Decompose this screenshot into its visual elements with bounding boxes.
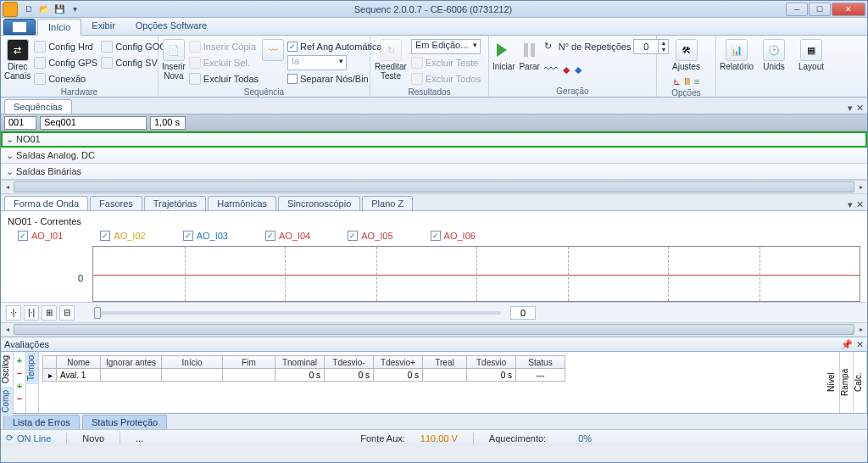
excluir-todos-button[interactable]: Excluir Todos [411, 71, 481, 86]
play-icon [492, 39, 515, 61]
tab-opcoes[interactable]: Opções Software [125, 18, 217, 35]
separar-checkbox[interactable] [287, 74, 298, 84]
tab-fasores[interactable]: Fasores [90, 196, 142, 210]
status-novo: Novo [82, 433, 104, 443]
add-row2-button[interactable]: + [17, 381, 22, 391]
unids-button[interactable]: 🕑Unids [757, 37, 791, 73]
seq-id-field[interactable]: 001 [4, 116, 36, 130]
checkbox-icon[interactable]: ✓ [183, 231, 193, 241]
seq-duration-field[interactable]: 1,00 s [150, 116, 186, 130]
refresh-icon[interactable]: ⟳ [6, 432, 14, 443]
remove-row-button[interactable]: − [17, 368, 22, 378]
ajustes-button[interactable]: 🛠 Ajustes [666, 37, 707, 73]
sidetab-comp[interactable]: Comp [1, 387, 13, 416]
inserir-copia-button[interactable]: Inserir Cópia [189, 39, 259, 54]
tab-sincronoscopio[interactable]: Sincronoscópio [278, 196, 360, 210]
wave-tool-icon[interactable]: 〰 [544, 62, 558, 77]
tab-planoz[interactable]: Plano Z [362, 196, 413, 210]
channel-ao-i03[interactable]: ✓AO_I03 [183, 231, 228, 241]
dropdown-icon[interactable]: ▾ [848, 103, 853, 114]
seq-scrollbar[interactable]: ◂▸ [1, 180, 867, 194]
channel-ao-i02[interactable]: ✓AO_I02 [100, 231, 145, 241]
zoom-value[interactable]: 0 [510, 306, 536, 320]
time-slider[interactable] [94, 311, 501, 315]
close-pane-icon[interactable]: ✕ [856, 199, 864, 210]
ref-icon-button[interactable]: 〰 [262, 37, 284, 63]
tab-trajetorias[interactable]: Trajetórias [144, 196, 207, 210]
inserir-nova-button[interactable]: 📄 Inserir Nova [162, 37, 186, 82]
reeditar-teste-button[interactable]: ↻ Reeditar Teste [374, 37, 408, 82]
file-menu-button[interactable] [3, 19, 36, 35]
cursor-2-button[interactable]: |·| [24, 305, 39, 321]
layout-button[interactable]: ▦Layout [794, 37, 828, 73]
wave-scrollbar[interactable]: ◂▸ [1, 322, 867, 337]
parar-button[interactable]: Parar [519, 37, 541, 73]
channel-ao-i05[interactable]: ✓AO_I05 [348, 231, 392, 241]
checkbox-icon[interactable]: ✓ [100, 231, 110, 241]
cursor-4-button[interactable]: ⊟ [59, 305, 75, 321]
sidetab-rampa[interactable]: Rampa [840, 352, 854, 413]
tab-lista-erros[interactable]: Lista de Erros [3, 415, 80, 429]
conexao-button[interactable]: Conexão [34, 71, 97, 86]
table-row[interactable]: ▸ Aval. 1 0 s 0 s 0 s 0 s --- [43, 369, 565, 382]
channel-ao-i01[interactable]: ✓AO_I01 [18, 231, 63, 241]
qat-dropdown-icon[interactable]: ▾ [68, 3, 81, 16]
excluir-todas-button[interactable]: Excluir Todas [189, 71, 259, 86]
chart-icon[interactable]: ⊾ [673, 76, 681, 87]
ia-select[interactable]: Ia [287, 55, 347, 70]
row-saidas-analog[interactable]: ⌄Saídas Analog. DC [1, 148, 867, 164]
goose-icon [101, 41, 113, 53]
iniciar-button[interactable]: Iniciar [492, 37, 515, 73]
checkbox-icon[interactable]: ✓ [18, 231, 28, 241]
sidetab-calc[interactable]: Calc. [854, 352, 867, 413]
bars-icon[interactable]: Ⅲ [684, 76, 691, 87]
excluir-teste-button[interactable]: Excluir Teste [411, 55, 481, 70]
cursor-3-button[interactable]: ⊞ [42, 305, 57, 321]
qat-save-icon[interactable]: 💾 [53, 3, 66, 16]
qat-open-icon[interactable]: 📂 [37, 3, 51, 16]
checkbox-icon[interactable]: ✓ [431, 231, 441, 241]
direc-canais-button[interactable]: ⇄ Direc Canais [4, 37, 31, 82]
remove-row2-button[interactable]: − [17, 393, 22, 404]
marker-blue-icon[interactable]: ◆ [575, 64, 581, 75]
channel-ao-i06[interactable]: ✓AO_I06 [431, 231, 476, 241]
channel-ao-i04[interactable]: ✓AO_I04 [265, 231, 310, 241]
tab-status-protecao[interactable]: Status Proteção [82, 415, 167, 429]
config-gps-button[interactable]: Config GPS [34, 55, 97, 70]
pin-icon[interactable]: 📌 [841, 339, 853, 350]
sv-icon [101, 57, 113, 69]
tab-exibir[interactable]: Exibir [81, 18, 125, 35]
row-no01[interactable]: ⌄NO01 [1, 131, 867, 148]
add-row-button[interactable]: + [17, 355, 22, 365]
tab-forma-onda[interactable]: Forma de Onda [4, 196, 88, 210]
close-button[interactable]: ✕ [832, 3, 865, 16]
tab-harmonicas[interactable]: Harmônicas [208, 196, 276, 210]
globe-icon [34, 57, 46, 69]
close-pane-icon[interactable]: ✕ [856, 103, 864, 114]
checkbox-icon[interactable]: ✓ [348, 231, 358, 241]
ref-ang-checkbox[interactable]: ✓ [287, 42, 298, 52]
cursor-1-button[interactable]: ·|· [6, 305, 21, 321]
avaliacoes-title: Avaliações [4, 339, 49, 349]
maximize-button[interactable]: ☐ [809, 3, 831, 16]
delete-icon [189, 57, 201, 69]
relatorio-button[interactable]: 📊Relatório [720, 37, 754, 73]
config-hrd-button[interactable]: Config Hrd [34, 39, 97, 54]
dropdown-icon[interactable]: ▾ [848, 199, 853, 210]
sidetab-oscilog[interactable]: Oscilog [1, 352, 13, 387]
close-pane-icon[interactable]: ✕ [856, 339, 864, 350]
tab-inicio[interactable]: Início [37, 19, 81, 36]
excluir-sel-button[interactable]: Excluir Sel. [189, 55, 259, 70]
em-edicao-select[interactable]: Em Edição... [411, 39, 481, 54]
status-fonte-value: 110,00 V [420, 433, 458, 443]
row-saidas-bin[interactable]: ⌄Saídas Binárias [1, 164, 867, 180]
seq-name-field[interactable]: Seq001 [40, 116, 147, 130]
marker-red-icon[interactable]: ◆ [563, 64, 570, 75]
sidetab-nivel[interactable]: Nível [826, 352, 840, 413]
sidetab-tempo[interactable]: Tempo [26, 352, 38, 384]
qat-new-icon[interactable]: 🗋 [22, 3, 36, 16]
minimize-button[interactable]: ─ [786, 3, 808, 16]
list-icon[interactable]: ≡ [694, 76, 699, 87]
tab-sequencias[interactable]: Sequências [4, 99, 72, 114]
checkbox-icon[interactable]: ✓ [265, 231, 275, 241]
